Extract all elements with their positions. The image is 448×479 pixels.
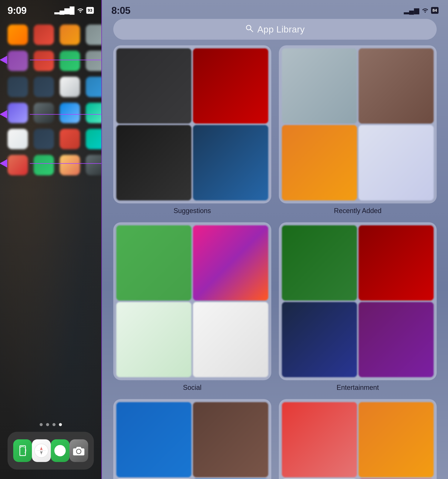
status-bar-left: 9:09 ▂▄▆█ 93 (0, 0, 101, 17)
folder-box-productivity[interactable] (279, 399, 437, 479)
app-library-title: App Library (257, 24, 305, 34)
folder-box-social[interactable] (113, 222, 271, 380)
folder-app[interactable] (358, 225, 434, 300)
folder-app[interactable] (282, 402, 357, 477)
folder-label-suggestions: Suggestions (173, 207, 211, 215)
app-grid-left[interactable] (4, 21, 98, 179)
app-library-search[interactable]: App Library (113, 19, 437, 40)
folder-app[interactable] (116, 302, 191, 377)
dock (7, 432, 94, 470)
right-panel: 8:05 ▂▄▆ 84 App Library (102, 0, 448, 479)
folder-social[interactable]: Social (113, 222, 271, 392)
dock-camera-icon[interactable] (69, 439, 88, 462)
app-icon[interactable] (86, 25, 102, 45)
arrow-head-3 (0, 159, 7, 167)
page-dot-active (59, 423, 62, 426)
folder-app[interactable] (116, 402, 191, 477)
folder-app[interactable] (193, 402, 268, 477)
folder-box-recently-added[interactable] (279, 45, 437, 203)
app-icon[interactable] (60, 25, 80, 45)
signal-icon-left: ▂▄▆█ (54, 7, 75, 14)
left-panel: 9:09 ▂▄▆█ 93 (0, 0, 102, 479)
battery-icon-left: 93 (86, 7, 94, 14)
page-dot (40, 423, 43, 426)
app-icon[interactable] (86, 129, 102, 149)
page-dot (53, 423, 55, 426)
status-icons-right: ▂▄▆ 84 (404, 7, 439, 14)
app-icon[interactable] (60, 129, 80, 149)
arrow-line-1 (30, 60, 101, 60)
folder-label-entertainment: Entertainment (337, 384, 379, 392)
arrow-2 (0, 110, 101, 119)
folder-app[interactable] (282, 302, 357, 377)
folder-suggestions[interactable]: Suggestions (113, 45, 271, 215)
arrow-line-2 (30, 114, 101, 115)
folder-app[interactable] (282, 225, 357, 300)
search-icon (245, 24, 254, 34)
folder-app[interactable] (358, 402, 434, 477)
folder-app[interactable] (193, 48, 268, 124)
dock-messages-icon[interactable] (51, 439, 69, 462)
wifi-icon-left (77, 7, 84, 14)
folder-app[interactable] (358, 48, 434, 124)
arrow-1 (0, 56, 101, 64)
app-icon[interactable] (7, 25, 28, 45)
app-icon[interactable] (34, 25, 54, 45)
app-icon[interactable] (7, 77, 28, 97)
battery-icon-right: 84 (431, 7, 439, 14)
page-indicator (0, 423, 101, 426)
wifi-icon-right (422, 7, 429, 14)
app-icon[interactable] (7, 129, 28, 149)
folder-app[interactable] (116, 225, 191, 300)
folder-recently-added[interactable]: Recently Added (279, 45, 437, 215)
folder-productivity[interactable]: Productivity (279, 399, 437, 479)
folder-label-social: Social (183, 384, 201, 392)
folder-app[interactable] (358, 302, 434, 377)
folder-app[interactable] (116, 125, 191, 200)
app-icon[interactable] (60, 77, 80, 97)
folder-app[interactable] (282, 48, 357, 124)
folder-box-suggestions[interactable] (113, 45, 271, 203)
folder-app[interactable] (282, 125, 357, 200)
status-bar-right: 8:05 ▂▄▆ 84 (102, 0, 448, 17)
signal-icon-right: ▂▄▆ (404, 7, 419, 14)
folder-app[interactable] (193, 225, 268, 300)
folder-app[interactable] (116, 48, 191, 124)
dock-safari-icon[interactable] (32, 439, 51, 462)
app-icon[interactable] (86, 77, 102, 97)
folder-app[interactable] (358, 125, 434, 200)
time-left: 9:09 (7, 5, 26, 16)
app-icon[interactable] (34, 129, 54, 149)
arrow-line-3 (30, 163, 101, 164)
folder-box-utilities[interactable] (113, 399, 271, 479)
arrow-head-2 (0, 110, 7, 119)
library-grid: Suggestions Recently Added Social (113, 45, 437, 479)
app-icon[interactable] (34, 77, 54, 97)
arrow-head-1 (0, 56, 7, 64)
time-right: 8:05 (111, 5, 130, 16)
dock-phone-icon[interactable] (13, 439, 32, 462)
folder-entertainment[interactable]: Entertainment (279, 222, 437, 392)
folder-app[interactable] (193, 125, 268, 200)
folder-app[interactable] (193, 302, 268, 377)
folder-utilities[interactable]: Utilities (113, 399, 271, 479)
arrow-3 (0, 159, 101, 167)
folder-label-recently-added: Recently Added (334, 207, 382, 215)
svg-line-7 (250, 29, 253, 32)
status-icons-left: ▂▄▆█ 93 (54, 7, 94, 14)
page-dot (46, 423, 49, 426)
folder-box-entertainment[interactable] (279, 222, 437, 380)
